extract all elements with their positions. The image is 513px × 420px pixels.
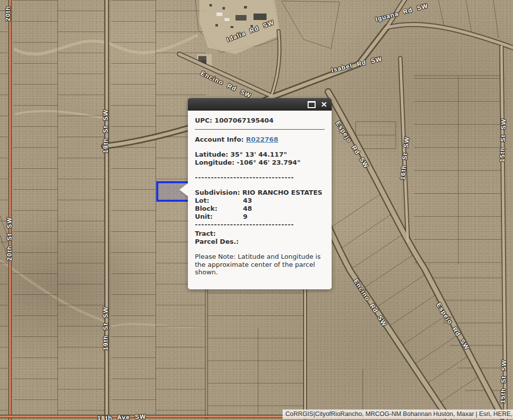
note-text: Please Note: Latitude and Longitude is t… <box>195 253 325 276</box>
longitude-row: Longitude: -106° 46' 23.794" <box>195 159 325 167</box>
tract-row: Tract: <box>195 230 325 238</box>
latitude-row: Latitude: 35° 13' 44.117" <box>195 151 325 159</box>
block-value: 48 <box>243 205 325 213</box>
map-attribution: CoRRGIS|CityofRioRancho, MRCOG-NM Bohann… <box>283 409 513 419</box>
lot-row: Lot: 43 <box>195 197 325 205</box>
popup-callout-arrow <box>179 183 188 196</box>
parcel-info-popup: ✕ UPC: 1007067195404 Account Info: R0227… <box>188 98 332 289</box>
latitude-value: 35° 13' 44.117" <box>230 151 287 158</box>
block-label: Block: <box>195 205 243 213</box>
parcel-des-row: Parcel Des.: <box>195 238 325 246</box>
close-icon[interactable]: ✕ <box>321 101 327 108</box>
road-label: 20th <box>5 6 12 22</box>
dashed-separator: ------------------------------- <box>195 174 325 182</box>
lot-value: 43 <box>243 197 325 205</box>
block-row: Block: 48 <box>195 205 325 213</box>
longitude-value: -106° 46' 23.794" <box>237 159 301 166</box>
upc-row: UPC: 1007067195404 <box>195 117 325 125</box>
lot-label: Lot: <box>195 197 243 205</box>
popup-titlebar[interactable]: ✕ <box>188 98 332 111</box>
account-link[interactable]: R022768 <box>246 136 278 143</box>
popup-body: UPC: 1007067195404 Account Info: R022768… <box>188 111 332 289</box>
parcel-des-label: Parcel Des.: <box>195 238 238 245</box>
unit-label: Unit: <box>195 213 243 221</box>
dashed-separator: ------------------------------- <box>195 221 325 229</box>
unit-value: 9 <box>243 213 325 221</box>
subdivision-value: RIO RANCHO ESTATES <box>242 189 323 196</box>
road-label: 19th St SW <box>102 306 109 350</box>
map-viewport[interactable]: 20th 19th St SW 20th St SW 19th St SW Id… <box>0 0 513 420</box>
unit-row: Unit: 9 <box>195 213 325 221</box>
upc-label: UPC: <box>195 117 212 124</box>
tract-label: Tract: <box>195 230 216 237</box>
road-label: 18th Ave SW <box>97 413 146 420</box>
subdivision-label: Subdivision: <box>195 189 240 196</box>
road-label: 20th St SW <box>6 217 13 260</box>
upc-value: 1007067195404 <box>214 117 274 124</box>
road-label: 19th St SW <box>102 109 109 153</box>
maximize-icon[interactable] <box>308 101 316 108</box>
account-row: Account Info: R022768 <box>195 136 325 144</box>
account-label: Account Info: <box>195 136 244 143</box>
subdivision-row: Subdivision: RIO RANCHO ESTATES <box>195 189 325 197</box>
latitude-label: Latitude: <box>195 151 228 158</box>
longitude-label: Longitude: <box>195 159 234 166</box>
divider <box>195 129 325 130</box>
